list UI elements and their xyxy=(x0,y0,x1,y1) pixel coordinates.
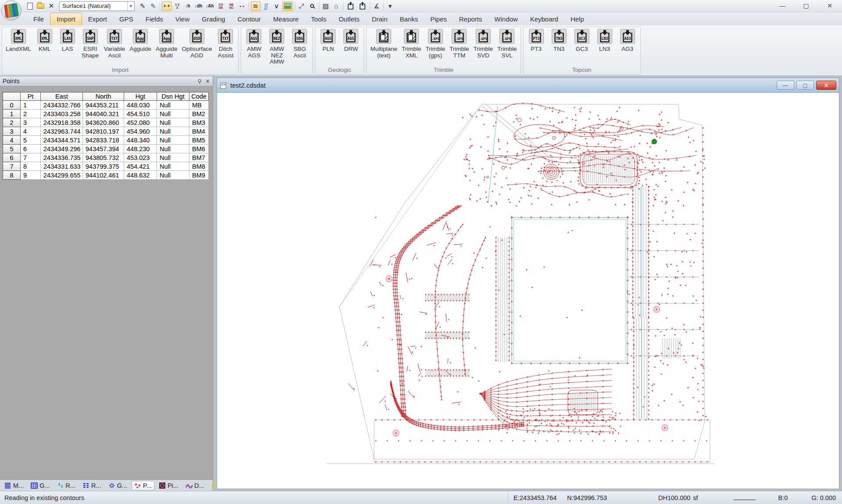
cell-7-3[interactable]: 943799.375 xyxy=(83,162,124,171)
ribbon-item-trimble-svd[interactable]: .GPSTrimble SVD xyxy=(471,28,496,60)
menu-keyboard[interactable]: Keyboard xyxy=(524,13,564,25)
ribbon-item-trimble-ttm[interactable]: .GPSTrimble TTM xyxy=(447,28,471,60)
drawing-canvas[interactable] xyxy=(217,93,838,488)
valley-button[interactable]: ∨ xyxy=(272,1,282,11)
minimize-button[interactable]: — xyxy=(774,1,791,11)
menu-file[interactable]: File xyxy=(27,13,50,25)
panel-tab-3[interactable]: R... xyxy=(80,481,104,490)
cell-2-3[interactable]: 943620.860 xyxy=(83,118,124,127)
panel-close-icon[interactable]: ✕ xyxy=(205,78,210,85)
description-button[interactable]: DE SC xyxy=(227,1,236,11)
column-header-rowindex[interactable] xyxy=(3,92,21,101)
ribbon-item-sbg-ascii[interactable]: SBGSBG Ascii xyxy=(288,28,311,60)
cell-5-2[interactable]: 2434349.296 xyxy=(41,145,83,153)
menu-fields[interactable]: Fields xyxy=(139,13,169,25)
cell-0-6[interactable]: MB xyxy=(189,101,209,110)
cell-7-1[interactable]: 8 xyxy=(21,162,41,171)
cell-4-5[interactable]: Null xyxy=(157,136,189,145)
close-file-button[interactable]: ✕ xyxy=(46,1,56,11)
draw-colored-string-button[interactable]: ✎ xyxy=(148,1,158,11)
cell-8-0[interactable]: 8 xyxy=(3,171,21,180)
cell-6-2[interactable]: 2434336.735 xyxy=(41,153,83,162)
zoom-extents-button[interactable]: ⤢ xyxy=(297,1,307,11)
cell-3-3[interactable]: 942810.197 xyxy=(83,127,124,136)
menu-reports[interactable]: Reports xyxy=(453,13,489,25)
ribbon-item-kml[interactable]: XMLKML xyxy=(33,28,56,53)
menu-tools[interactable]: Tools xyxy=(305,13,332,25)
cell-4-3[interactable]: 942833.718 xyxy=(83,136,124,145)
menu-contour[interactable]: Contour xyxy=(231,13,267,25)
cell-5-4[interactable]: 448.230 xyxy=(124,145,157,153)
ribbon-item-drw[interactable]: AGSDRW xyxy=(339,28,362,53)
cell-8-4[interactable]: 448.632 xyxy=(124,171,157,180)
panel-tab-2[interactable]: R... xyxy=(54,481,78,490)
ribbon-item-ditch-assist[interactable]: TXTDitch Assist xyxy=(214,28,237,60)
drawing-window-titlebar[interactable]: test2.cdsdat —▢✕ xyxy=(217,78,839,93)
column-header-north[interactable]: North xyxy=(83,92,124,101)
doc-close-button[interactable]: ✕ xyxy=(816,81,836,90)
ribbon-item-agguide[interactable]: AggAgguide xyxy=(127,28,153,53)
cell-3-5[interactable]: Null xyxy=(157,127,189,136)
column-header-dsn-hgt[interactable]: Dsn Hgt xyxy=(157,92,189,101)
doc-restore-button[interactable]: ▢ xyxy=(796,81,814,90)
cell-6-3[interactable]: 943805.732 xyxy=(83,153,124,162)
column-header-east[interactable]: East xyxy=(41,92,83,101)
ribbon-item-ln3[interactable]: LN3LN3 xyxy=(593,28,616,53)
cell-3-1[interactable]: 4 xyxy=(21,127,41,136)
cell-4-2[interactable]: 2434344.571 xyxy=(41,136,83,145)
cell-6-0[interactable]: 6 xyxy=(3,153,21,162)
ribbon-item-trimble-xml[interactable]: Trimble XML xyxy=(400,28,424,60)
background-image-button[interactable] xyxy=(282,1,293,11)
cell-4-0[interactable]: 4 xyxy=(3,136,21,145)
panel-tab-4[interactable]: G... xyxy=(106,481,130,490)
draw-string-button[interactable]: ✎ xyxy=(138,1,147,11)
cell-5-5[interactable]: Null xyxy=(157,145,189,153)
ribbon-item-variable-ascii[interactable]: TXTVariable Ascii xyxy=(102,28,128,60)
hatch-button[interactable]: ▨ xyxy=(321,1,331,11)
ribbon-item-agguide-multi[interactable]: AggAgguide Multi xyxy=(153,28,180,60)
cell-4-1[interactable]: 5 xyxy=(21,136,41,145)
measure-angle-button[interactable]: ∡ xyxy=(372,1,382,11)
import-file-button[interactable] xyxy=(345,1,356,11)
cell-4-6[interactable]: BM5 xyxy=(189,136,209,145)
triangles-button[interactable]: ▲▲ xyxy=(237,1,247,11)
cell-7-4[interactable]: 454.421 xyxy=(124,162,157,171)
cell-0-1[interactable]: 1 xyxy=(21,101,41,110)
pin-icon[interactable]: ⚲ xyxy=(198,78,202,85)
cell-0-3[interactable]: 944353.211 xyxy=(83,101,124,110)
cell-5-1[interactable]: 6 xyxy=(21,145,41,153)
maximize-button[interactable]: ▢ xyxy=(797,1,815,11)
column-header-code[interactable]: Code xyxy=(189,92,209,101)
cell-7-2[interactable]: 2434331.633 xyxy=(41,162,83,171)
cell-1-2[interactable]: 2433403.258 xyxy=(41,110,83,118)
cell-7-6[interactable]: BM8 xyxy=(189,162,209,171)
cell-3-4[interactable]: 454.960 xyxy=(124,127,157,136)
ribbon-item-gc3[interactable]: GC3GC3 xyxy=(571,28,593,53)
ribbon-item-amw-ags[interactable]: AGSAMW AGS xyxy=(243,28,265,60)
doc-minimize-button[interactable]: — xyxy=(777,81,794,90)
menu-import[interactable]: Import xyxy=(50,13,82,25)
panel-tab-1[interactable]: G... xyxy=(28,481,52,490)
cell-8-3[interactable]: 944102.461 xyxy=(83,171,124,180)
chevron-down-icon[interactable]: ▼ xyxy=(127,2,134,11)
cell-8-6[interactable]: BM9 xyxy=(189,171,209,180)
menu-measure[interactable]: Measure xyxy=(267,13,305,25)
cell-6-4[interactable]: 453.023 xyxy=(124,153,157,162)
cell-7-5[interactable]: Null xyxy=(157,162,189,171)
zoom-in-button[interactable] xyxy=(307,1,317,11)
cell-6-5[interactable]: Null xyxy=(157,153,189,162)
surface-selector[interactable]: Surface1 (Natural) ▼ xyxy=(59,1,135,11)
cell-8-1[interactable]: 9 xyxy=(21,171,41,180)
cell-8-2[interactable]: 2434299.655 xyxy=(41,171,83,180)
ribbon-item-ag3[interactable]: AG3AG3 xyxy=(616,28,639,53)
menu-export[interactable]: Export xyxy=(82,13,113,25)
qat-overflow-button[interactable]: ▾ xyxy=(385,1,395,11)
panel-tab-7[interactable]: D... xyxy=(183,481,207,490)
menu-drain[interactable]: Drain xyxy=(366,13,394,25)
cell-2-6[interactable]: BM3 xyxy=(189,118,209,127)
ribbon-item-pln[interactable]: AGSPLN xyxy=(317,28,339,53)
ribbon-item-las[interactable]: LASLAS xyxy=(56,28,79,53)
cell-6-1[interactable]: 7 xyxy=(21,153,41,162)
cell-2-5[interactable]: Null xyxy=(157,118,189,127)
cell-4-4[interactable]: 448.340 xyxy=(124,136,157,145)
